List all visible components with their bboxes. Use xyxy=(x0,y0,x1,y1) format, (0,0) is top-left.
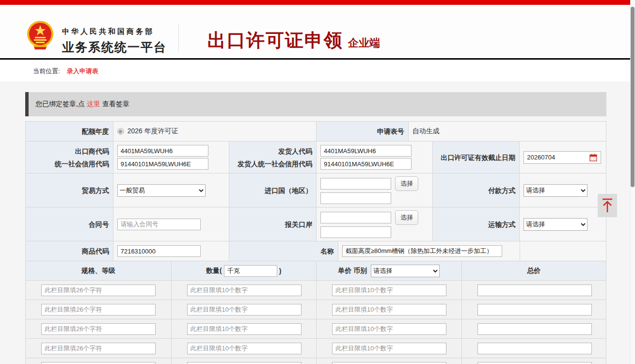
application-form-table: 配额年度 2026 年度许可证 申请表号 自动生成 出口商代码 统一社会信用代码 xyxy=(25,121,606,364)
exporter-code-input[interactable] xyxy=(117,145,208,157)
notice-here-link[interactable]: 这里 xyxy=(87,100,100,108)
price-input[interactable] xyxy=(332,343,446,354)
quota-year-option: 2026 年度许可证 xyxy=(127,127,178,136)
consignor-uscc-input[interactable] xyxy=(320,158,412,170)
total-input[interactable] xyxy=(477,323,592,335)
calendar-icon[interactable] xyxy=(589,154,597,161)
currency-select[interactable]: 请选择 xyxy=(371,265,440,277)
spec-column-header: 规格、等级 xyxy=(26,261,171,280)
spec-input[interactable] xyxy=(41,285,156,296)
contract-label: 合同号 xyxy=(26,207,113,241)
qty-input[interactable] xyxy=(187,304,302,316)
price-input[interactable] xyxy=(332,323,446,335)
qty-column-header: 数量( ) xyxy=(171,261,317,280)
quota-year-label: 配额年度 xyxy=(26,122,113,141)
price-input[interactable] xyxy=(332,285,446,296)
trade-mode-select[interactable]: 一般贸易 xyxy=(117,184,206,197)
page-title: 出口许可证申领 xyxy=(207,30,343,50)
spec-row xyxy=(26,300,606,319)
page-subtitle: 企业端 xyxy=(348,37,380,49)
spec-row xyxy=(26,338,606,358)
qty-input[interactable] xyxy=(187,285,302,296)
payment-label: 付款方式 xyxy=(432,174,520,207)
total-input[interactable] xyxy=(477,362,592,364)
notice-text-prefix: 您已绑定签章,点 xyxy=(35,100,85,108)
commodity-code-label: 商品代码 xyxy=(26,241,113,261)
consignor-code-input[interactable] xyxy=(320,145,412,157)
consignor-uscc-label: 发货人统一社会信用代码 xyxy=(238,158,312,170)
total-column-header: 总价 xyxy=(461,261,606,280)
qty-unit-input[interactable] xyxy=(224,265,277,277)
total-input[interactable] xyxy=(477,304,592,316)
spec-row xyxy=(26,280,606,300)
notice-text-suffix: 查看签章 xyxy=(102,100,129,108)
exporter-code-label: 出口商代码 xyxy=(55,145,109,158)
spec-input[interactable] xyxy=(41,343,156,354)
import-country-name-input[interactable] xyxy=(320,192,391,204)
consignor-labels: 发货人代码 发货人统一社会信用代码 xyxy=(229,142,316,173)
top-red-bar xyxy=(0,0,630,5)
quota-year-radio[interactable] xyxy=(117,128,124,135)
spec-row xyxy=(26,358,606,364)
product-name-input[interactable] xyxy=(342,245,502,257)
customs-port-name-input[interactable] xyxy=(320,226,391,238)
quota-year-cell: 2026 年度许可证 xyxy=(113,122,316,141)
exporter-labels: 出口商代码 统一社会信用代码 xyxy=(26,142,113,173)
total-input[interactable] xyxy=(477,285,592,296)
breadcrumb-label: 当前位置: xyxy=(33,67,60,76)
customs-port-select-button[interactable]: 选择 xyxy=(395,210,418,225)
ministry-name: 中华人民共和国商务部 xyxy=(62,27,167,36)
transport-select[interactable]: 请选择 xyxy=(524,218,587,231)
price-input[interactable] xyxy=(332,362,446,364)
exporter-uscc-label: 统一社会信用代码 xyxy=(55,158,109,170)
expiry-label: 出口许可证有效截止日期 xyxy=(432,142,520,173)
signature-notice-bar: 您已绑定签章,点这里查看签章 xyxy=(25,92,606,116)
transport-label: 运输方式 xyxy=(432,207,520,241)
exporter-uscc-input[interactable] xyxy=(117,158,208,170)
spec-input[interactable] xyxy=(41,362,156,364)
spec-input[interactable] xyxy=(41,323,156,335)
back-to-top-icon xyxy=(601,198,614,213)
export-license-app-page: 中华人民共和国商务部 业务系统统一平台 出口许可证申领企业端 当前位置: 录入申… xyxy=(0,0,635,364)
national-emblem-logo xyxy=(27,20,54,50)
apply-no-label: 申请表号 xyxy=(316,122,408,141)
price-column-header: 单价 币别 请选择 xyxy=(316,261,461,280)
total-input[interactable] xyxy=(477,343,592,354)
qty-input[interactable] xyxy=(187,362,302,364)
product-name-label: 名称 xyxy=(229,241,338,261)
qty-input[interactable] xyxy=(187,323,302,335)
customs-port-code-input[interactable] xyxy=(320,212,391,223)
import-country-select-button[interactable]: 选择 xyxy=(395,176,418,191)
scrollbar-thumb[interactable] xyxy=(631,7,635,187)
spec-row xyxy=(26,319,606,338)
site-header: 中华人民共和国商务部 业务系统统一平台 出口许可证申领企业端 xyxy=(0,5,630,60)
spec-input[interactable] xyxy=(41,304,156,316)
back-to-top-button[interactable] xyxy=(598,194,617,217)
commodity-code-input[interactable] xyxy=(117,245,201,257)
import-country-label: 进口国（地区） xyxy=(229,174,316,207)
consignor-code-label: 发货人代码 xyxy=(238,145,312,158)
apply-no-value: 自动生成 xyxy=(408,122,606,141)
header-divider xyxy=(178,23,179,51)
customs-port-label: 报关口岸 xyxy=(229,207,316,241)
price-input[interactable] xyxy=(332,304,446,316)
import-country-code-input[interactable] xyxy=(320,178,391,190)
empty-cell xyxy=(520,241,606,261)
trade-mode-label: 贸易方式 xyxy=(26,174,113,207)
qty-input[interactable] xyxy=(187,343,302,354)
payment-select[interactable]: 请选择 xyxy=(524,184,587,197)
breadcrumb-link-entry-form[interactable]: 录入申请表 xyxy=(67,67,98,76)
platform-name: 业务系统统一平台 xyxy=(62,39,167,55)
breadcrumb: 当前位置: 录入申请表 xyxy=(0,61,630,81)
contract-input[interactable] xyxy=(117,219,201,230)
